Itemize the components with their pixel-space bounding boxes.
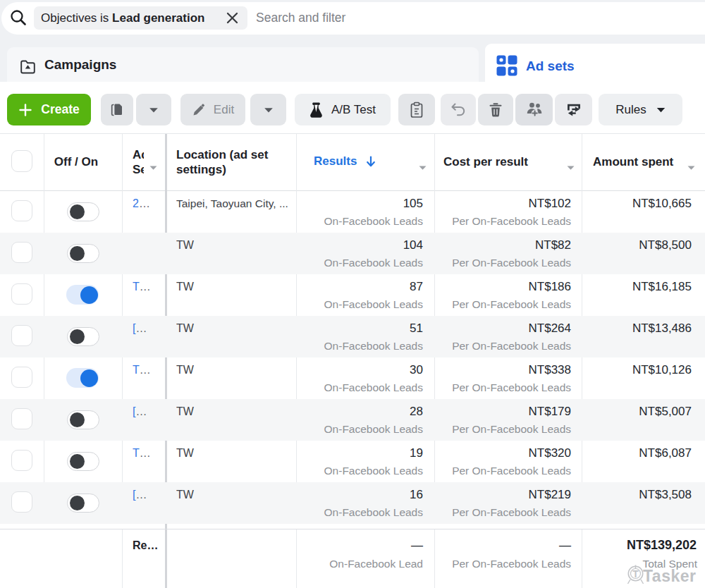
svg-text:T: T [632,568,639,580]
